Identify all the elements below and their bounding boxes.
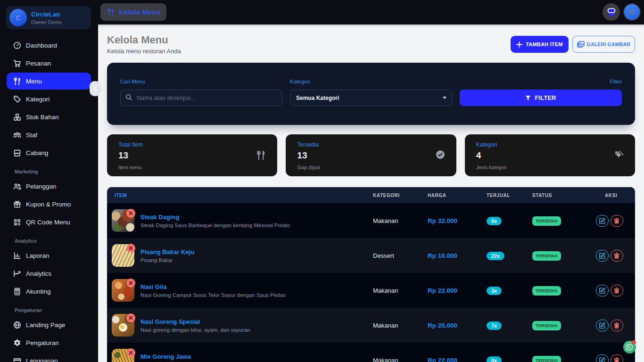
menu-item-name[interactable]: Nasi Goreng Spesial — [140, 318, 250, 325]
boxes-icon — [13, 113, 21, 121]
sidebar-item-dashboard[interactable]: Dashboard — [7, 37, 91, 54]
users-group-icon — [13, 131, 21, 139]
cart-icon — [13, 59, 21, 67]
add-item-button[interactable]: TAMBAH ITEM — [511, 36, 568, 53]
gallery-button[interactable]: GALERI GAMBAR — [572, 36, 635, 53]
remove-image-button[interactable] — [126, 313, 135, 322]
sold-badge: 22x — [487, 252, 504, 260]
sidebar: C CircleLan Owner Demo Dashboard Pesanan… — [0, 0, 98, 362]
sidebar-section-analytics: Analytics — [15, 238, 91, 244]
sidebar-item-kategori[interactable]: Kategori — [7, 90, 91, 107]
filter-label: Filter — [460, 78, 622, 85]
trash-icon — [614, 322, 619, 329]
menu-item-description: Nasi goreng dengan telur, ayam, dan sayu… — [140, 327, 250, 333]
menu-item-photo — [112, 314, 134, 337]
topbar-page-badge: Kelola Menu — [100, 3, 166, 21]
edit-button[interactable] — [596, 354, 609, 362]
status-badge: TERSEDIA — [532, 251, 561, 261]
menu-item-category: Makanan — [373, 287, 428, 294]
stat-title: Kategori — [476, 141, 624, 148]
sidebar-profile-card[interactable]: C CircleLan Owner Demo — [6, 6, 91, 29]
sidebar-item-qr-code-menu[interactable]: QR Code Menu — [7, 214, 91, 230]
edit-icon — [599, 218, 605, 224]
edit-button[interactable] — [596, 320, 609, 331]
customers-icon — [13, 182, 21, 190]
user-avatar[interactable]: O — [623, 3, 641, 21]
sidebar-item-kupon-promo[interactable]: Kupon & Promo — [7, 196, 91, 213]
tag-icon — [13, 95, 21, 103]
menu-item-name[interactable]: Steak Daging — [140, 214, 290, 221]
menu-item-description: Pisang Bakar — [140, 257, 194, 263]
edit-icon — [599, 357, 605, 362]
qr-code-icon — [13, 218, 21, 226]
sidebar-item-landing-page[interactable]: Landing Page — [7, 316, 91, 333]
page-subtitle: Kelola menu restoran Anda — [107, 48, 181, 55]
table-row: Nasi Goreng Spesial Nasi goreng dengan t… — [107, 308, 635, 343]
menu-item-category: Makanan — [373, 217, 428, 224]
sidebar-item-staf[interactable]: Staf — [7, 126, 91, 143]
remove-image-button[interactable] — [126, 348, 135, 357]
delete-button[interactable] — [611, 285, 623, 296]
table-row: Mie Goreng Jawa Mie goreng dengan bumbu … — [107, 343, 635, 362]
edit-button[interactable] — [596, 215, 609, 227]
credit-card-icon — [13, 357, 21, 362]
delete-button[interactable] — [611, 320, 623, 331]
delete-button[interactable] — [611, 354, 623, 362]
brand-role: Owner Demo — [31, 19, 62, 25]
sold-badge: 7x — [487, 321, 502, 330]
sidebar-item-pengaturan[interactable]: Pengaturan — [7, 334, 91, 351]
sidebar-item-pelanggan[interactable]: Pelanggan — [7, 178, 91, 195]
menu-item-photo — [112, 209, 134, 232]
whatsapp-fab[interactable] — [623, 341, 636, 354]
sidebar-item-cabang[interactable]: Cabang — [7, 144, 91, 161]
remove-image-button[interactable] — [126, 244, 135, 253]
menu-item-name[interactable]: Nasi Gila — [140, 283, 286, 290]
stat-card-kategori: Kategori 4 Jenis kategori — [465, 134, 635, 176]
notifications-button[interactable] — [603, 3, 620, 21]
report-icon — [13, 252, 21, 260]
sidebar-item-akunting[interactable]: Akunting — [7, 283, 91, 300]
search-input[interactable] — [120, 90, 282, 106]
menu-item-name[interactable]: Pisang Bakar Keju — [140, 248, 194, 255]
chevron-down-icon — [443, 97, 446, 99]
notification-dot — [632, 340, 636, 345]
sidebar-item-menu[interactable]: Menu — [7, 73, 91, 90]
stat-card-tersedia: Tersedia 13 Siap dijual — [286, 134, 456, 176]
sidebar-item-pesanan[interactable]: Pesanan — [7, 55, 91, 72]
stat-value: 4 — [476, 150, 624, 161]
sidebar-item-langganan[interactable]: Langganan — [7, 352, 91, 362]
sidebar-section-marketing: Marketing — [15, 169, 91, 175]
col-terjual: TERJUAL — [487, 193, 532, 198]
whatsapp-icon — [626, 343, 634, 351]
remove-image-button[interactable] — [126, 209, 135, 218]
gear-icon — [13, 339, 21, 347]
category-select[interactable]: Semua Kategori — [290, 90, 452, 106]
menu-table: ITEM KATEGORI HARGA TERJUAL STATUS AKSI … — [107, 187, 635, 362]
edit-button[interactable] — [596, 285, 609, 296]
utensils-icon — [256, 150, 266, 163]
menu-item-name[interactable]: Mie Goreng Jawa — [140, 353, 232, 360]
sidebar-collapse-button[interactable] — [90, 81, 101, 96]
sidebar-item-analytics[interactable]: Analytics — [7, 265, 91, 282]
brand-name: CircleLan — [31, 11, 62, 18]
sidebar-item-laporan[interactable]: Laporan — [7, 247, 91, 264]
col-aksi: AKSI — [591, 193, 635, 198]
table-header: ITEM KATEGORI HARGA TERJUAL STATUS AKSI — [107, 187, 635, 203]
status-badge: TERSEDIA — [532, 286, 561, 296]
stat-subtitle: Siap dijual — [297, 165, 445, 171]
col-item: ITEM — [107, 193, 373, 198]
sidebar-section-pengaturan: Pengaturan — [15, 307, 91, 313]
search-icon — [125, 94, 132, 103]
delete-button[interactable] — [611, 215, 623, 227]
filter-button[interactable]: FILTER — [460, 90, 622, 106]
menu-item-price: Rp 22.000 — [428, 287, 487, 294]
chart-line-icon — [13, 270, 21, 278]
stat-title: Total Item — [118, 141, 266, 148]
stat-card-total-item: Total Item 13 Item menu — [107, 134, 277, 176]
edit-button[interactable] — [596, 250, 609, 262]
menu-item-description: Steak Daging Saus Barbeque dengan kentan… — [140, 222, 290, 228]
remove-image-button[interactable] — [126, 279, 135, 288]
delete-button[interactable] — [611, 250, 623, 262]
sidebar-item-stok-bahan[interactable]: Stok Bahan — [7, 108, 91, 125]
col-harga: HARGA — [428, 193, 487, 198]
